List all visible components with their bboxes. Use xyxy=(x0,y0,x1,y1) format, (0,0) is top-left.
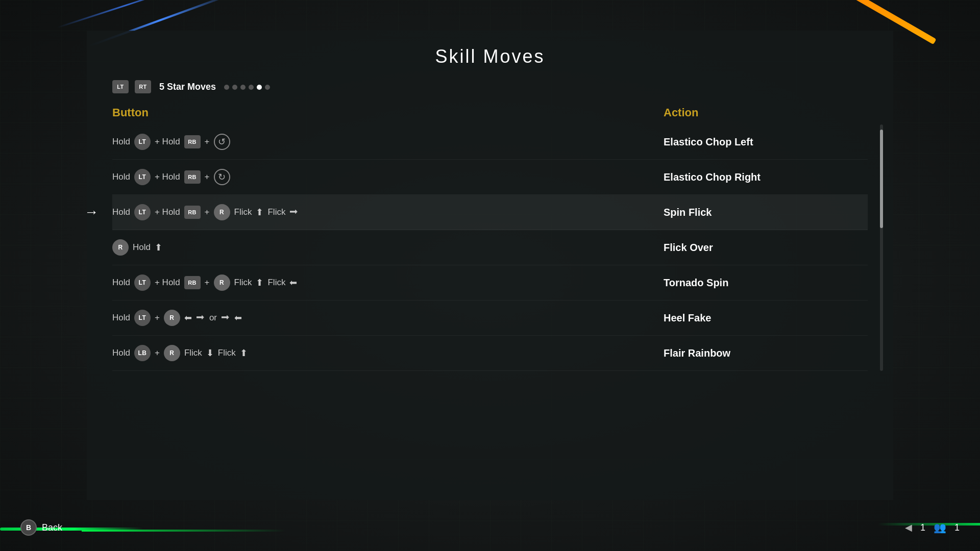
action-flick-over: Flick Over xyxy=(664,242,868,254)
r-rotate-cw-2 xyxy=(214,169,230,185)
tab-dots xyxy=(224,85,270,90)
tab-title: 5 Star Moves xyxy=(159,82,216,92)
action-flair-rainbow: Flair Rainbow xyxy=(664,347,868,359)
move-row-flick-over[interactable]: R Hold ⬆ Flick Over xyxy=(112,230,868,265)
flick-label-7b: Flick xyxy=(218,348,236,358)
r-button-5: R xyxy=(214,274,230,291)
combo-elastico-chop-right: Hold LT + Hold RB + xyxy=(112,169,664,185)
columns-header: Button Action xyxy=(112,106,868,119)
or-label-6: or xyxy=(209,313,217,323)
player-number: 1 xyxy=(954,522,960,533)
hold-label-4: Hold xyxy=(133,242,151,253)
lb-button-7: LB xyxy=(134,345,151,361)
combo-flick-over: R Hold ⬆ xyxy=(112,239,664,256)
action-spin-flick: Spin Flick xyxy=(664,207,868,218)
arrow-right-6b: ⮕ xyxy=(221,313,230,323)
bottom-right: ◀ 1 👥 1 xyxy=(905,521,960,534)
move-row-flair-rainbow[interactable]: Hold LB + R Flick ⬇ Flick ⬆ Flair Rainbo… xyxy=(112,336,868,371)
dot-5-active xyxy=(257,85,262,90)
arrow-right-3: ⮕ xyxy=(289,207,299,218)
plus-3: + Hold xyxy=(155,172,180,182)
flick-label-3: Flick xyxy=(234,207,252,217)
bottom-bar: B Back ◀ 1 👥 1 xyxy=(20,519,960,536)
r-button-3: R xyxy=(214,204,230,220)
plus-9: + xyxy=(155,313,160,323)
r-button-6: R xyxy=(164,310,180,326)
plus-6: + xyxy=(205,207,210,217)
rt-badge[interactable]: RT xyxy=(135,80,151,93)
move-row-spin-flick[interactable]: Hold LT + Hold RB + R Flick ⬆ Flick ⮕ Sp… xyxy=(112,195,868,230)
player-icon: 👥 xyxy=(934,521,946,534)
action-tornado-spin: Tornado Spin xyxy=(664,277,868,289)
rb-button-1: RB xyxy=(184,135,201,148)
arrow-up-3: ⬆ xyxy=(256,207,263,218)
dot-4 xyxy=(249,85,254,90)
scrollbar-thumb xyxy=(880,130,883,228)
plus-10: + xyxy=(155,348,160,358)
lt-badge[interactable]: LT xyxy=(112,80,129,93)
arrow-left-6b: ⬅ xyxy=(234,312,242,323)
action-elastico-chop-right: Elastico Chop Right xyxy=(664,171,868,183)
combo-elastico-chop-left: Hold LT + Hold RB + xyxy=(112,134,664,150)
combo-flair-rainbow: Hold LB + R Flick ⬇ Flick ⬆ xyxy=(112,345,664,361)
plus-7: + Hold xyxy=(155,278,180,288)
plus-5: + Hold xyxy=(155,207,180,217)
move-row-heel-fake[interactable]: Hold LT + R ⬅ ⮕ or ⮕ ⬅ Heel Fake xyxy=(112,300,868,336)
arrow-left-5: ⬅ xyxy=(289,277,297,288)
plus-1: + Hold xyxy=(155,137,180,147)
back-label: Back xyxy=(42,522,62,533)
b-button-icon: B xyxy=(20,519,37,536)
arrow-right-6a: ⮕ xyxy=(196,313,205,323)
hold-label-7: Hold xyxy=(112,348,130,358)
lt-button-1: LT xyxy=(134,134,151,150)
flick-label-5: Flick xyxy=(234,278,252,288)
plus-4: + xyxy=(205,172,210,182)
flick-label-3b: Flick xyxy=(267,207,285,217)
tab-navigation: LT RT 5 Star Moves xyxy=(112,80,868,93)
action-column-header: Action xyxy=(664,106,868,119)
lt-button-3: LT xyxy=(134,204,151,220)
hold-label-3: Hold xyxy=(112,207,130,217)
arrow-up-5: ⬆ xyxy=(256,277,263,288)
combo-heel-fake: Hold LT + R ⬅ ⮕ or ⮕ ⬅ xyxy=(112,310,664,326)
r-button-4: R xyxy=(112,239,129,256)
rb-button-3: RB xyxy=(184,206,201,219)
page-number: 1 xyxy=(920,522,925,533)
arrow-up-7: ⬆ xyxy=(240,347,248,359)
dot-2 xyxy=(232,85,237,90)
hold-label-6: Hold xyxy=(112,313,130,323)
rb-button-5: RB xyxy=(184,276,201,289)
move-row-tornado-spin[interactable]: Hold LT + Hold RB + R Flick ⬆ Flick ⬅ To… xyxy=(112,265,868,300)
lt-button-2: LT xyxy=(134,169,151,185)
flick-label-7: Flick xyxy=(184,348,202,358)
lt-button-6: LT xyxy=(134,310,151,326)
button-column-header: Button xyxy=(112,106,664,119)
hold-label-2: Hold xyxy=(112,172,130,182)
plus-8: + xyxy=(205,278,210,288)
r-button-7: R xyxy=(164,345,180,361)
combo-tornado-spin: Hold LT + Hold RB + R Flick ⬆ Flick ⬅ xyxy=(112,274,664,291)
nav-prev-icon[interactable]: ◀ xyxy=(905,522,912,533)
move-row-elastico-chop-left[interactable]: Hold LT + Hold RB + Elastico Chop Left xyxy=(112,124,868,160)
combo-spin-flick: Hold LT + Hold RB + R Flick ⬆ Flick ⮕ xyxy=(112,204,664,220)
scrollbar[interactable] xyxy=(880,124,883,371)
arrow-down-7: ⬇ xyxy=(206,347,214,359)
arrow-left-6: ⬅ xyxy=(184,312,192,323)
action-heel-fake: Heel Fake xyxy=(664,312,868,324)
plus-2: + xyxy=(205,137,210,147)
dot-1 xyxy=(224,85,229,90)
moves-list: Hold LT + Hold RB + Elastico Chop Left H… xyxy=(112,124,868,371)
back-button[interactable]: B Back xyxy=(20,519,62,536)
main-panel: Skill Moves LT RT 5 Star Moves Button Ac… xyxy=(87,31,893,500)
move-row-elastico-chop-right[interactable]: Hold LT + Hold RB + Elastico Chop Right xyxy=(112,160,868,195)
arrow-up-4: ⬆ xyxy=(155,242,162,253)
page-title: Skill Moves xyxy=(112,46,868,67)
r-rotate-ccw-1 xyxy=(214,134,230,150)
hold-label-5: Hold xyxy=(112,278,130,288)
action-elastico-chop-left: Elastico Chop Left xyxy=(664,136,868,148)
rb-button-2: RB xyxy=(184,170,201,184)
lt-button-5: LT xyxy=(134,274,151,291)
hold-label-1: Hold xyxy=(112,137,130,147)
dot-3 xyxy=(240,85,246,90)
flick-label-5b: Flick xyxy=(267,278,285,288)
